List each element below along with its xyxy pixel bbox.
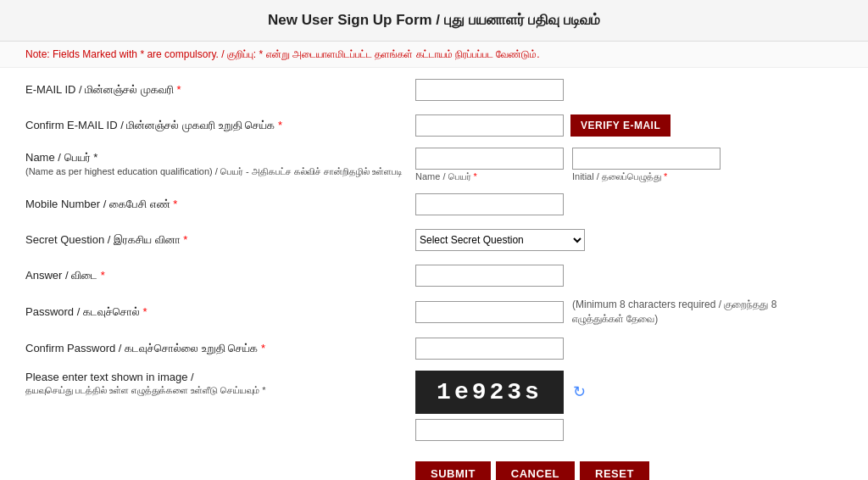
captcha-refresh-icon[interactable]: ↻ [573, 382, 586, 401]
answer-input[interactable] [415, 265, 564, 287]
password-label: Password / கடவுச்சொல் * [25, 305, 415, 319]
initial-input-group: Initial / தலைப்பெழுத்து * [572, 148, 721, 182]
secret-question-row: Secret Question / இரகசிய வினா * Select S… [25, 226, 843, 254]
captcha-image: 1e923s [415, 371, 564, 414]
email-label: E-MAIL ID / மின்னஞ்சல் முகவரி * [25, 83, 415, 97]
mobile-input[interactable] [415, 193, 564, 215]
initial-input[interactable] [572, 148, 721, 170]
name-sublabel: (Name as per highest education qualifica… [25, 166, 407, 177]
buttons-row: SUBMIT CANCEL RESET [25, 449, 843, 480]
initial-field-sublabel: Initial / தலைப்பெழுத்து * [572, 171, 721, 182]
mobile-label: Mobile Number / கைபேசி எண் * [25, 198, 415, 211]
confirm-password-label: Confirm Password / கடவுச்சொல்லை உறுதி செ… [25, 342, 415, 355]
answer-label: Answer / விடை * [25, 269, 415, 282]
email-row: E-MAIL ID / மின்னஞ்சல் முகவரி * [25, 76, 843, 103]
name-label: Name / பெயர் * (Name as per highest educ… [25, 148, 415, 177]
confirm-email-label: Confirm E-MAIL ID / மின்னஞ்சல் முகவரி உற… [25, 119, 415, 132]
captcha-input[interactable] [415, 419, 564, 441]
cancel-button[interactable]: CANCEL [496, 461, 575, 480]
secret-question-select[interactable]: Select Secret Question [415, 229, 585, 251]
captcha-section: Please enter text shown in image / தயவுச… [25, 371, 843, 441]
name-inputs-container: Name / பெயர் * Initial / தலைப்பெழுத்து * [415, 148, 721, 182]
password-input[interactable] [415, 301, 564, 323]
password-hint: (Minimum 8 characters required / குறைந்த… [572, 298, 793, 327]
captcha-right: 1e923s ↻ [415, 371, 586, 441]
confirm-password-input[interactable] [415, 338, 564, 360]
name-input[interactable] [415, 148, 564, 170]
name-input-group: Name / பெயர் * [415, 148, 564, 182]
name-row: Name / பெயர் * (Name as per highest educ… [25, 148, 843, 182]
email-input[interactable] [415, 79, 564, 101]
verify-email-button[interactable]: VERIFY E-MAIL [570, 114, 670, 137]
confirm-email-input[interactable] [415, 114, 564, 137]
page-title: New User Sign Up Form / புது பயனாளர் பதி… [0, 0, 868, 42]
captcha-label: Please enter text shown in image / தயவுச… [25, 371, 415, 396]
reset-button[interactable]: RESET [580, 461, 649, 480]
answer-row: Answer / விடை * [25, 262, 843, 289]
note-bar: Note: Fields Marked with * are compulsor… [0, 42, 868, 68]
captcha-image-row: 1e923s ↻ [415, 371, 586, 414]
confirm-password-row: Confirm Password / கடவுச்சொல்லை உறுதி செ… [25, 335, 843, 362]
name-field-sublabel: Name / பெயர் * [415, 171, 564, 182]
mobile-row: Mobile Number / கைபேசி எண் * [25, 191, 843, 218]
submit-button[interactable]: SUBMIT [415, 461, 491, 480]
secret-question-label: Secret Question / இரகசிய வினா * [25, 233, 415, 247]
confirm-email-row: Confirm E-MAIL ID / மின்னஞ்சல் முகவரி உற… [25, 112, 843, 139]
password-row: Password / கடவுச்சொல் * (Minimum 8 chara… [25, 298, 843, 327]
